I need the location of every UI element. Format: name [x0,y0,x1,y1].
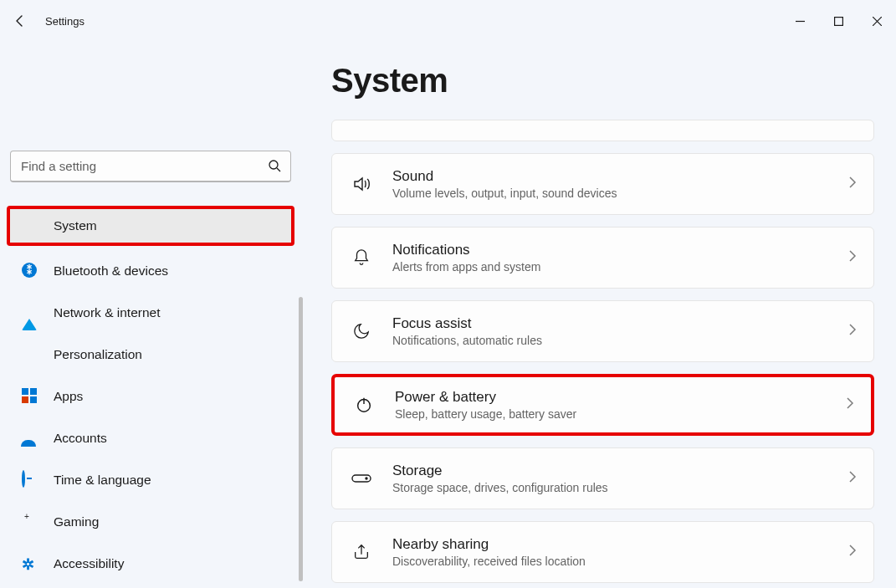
chevron-right-icon [848,250,857,265]
sidebar-item-label: Time & language [54,473,151,488]
chevron-right-icon [848,471,857,486]
close-button[interactable] [858,4,896,38]
card-title: Power & battery [395,389,826,406]
sidebar-item-time[interactable]: Time & language [10,463,291,497]
card-partial-prev[interactable] [331,120,874,141]
sidebar-item-personalization[interactable]: Personalization [10,338,291,371]
sidebar-item-label: Accounts [54,431,107,446]
display-icon [351,120,372,135]
card-subtitle: Sleep, battery usage, battery saver [395,407,826,421]
card-subtitle: Storage space, drives, configuration rul… [392,481,828,494]
sidebar-item-label: Accessibility [54,556,124,571]
chevron-right-icon [848,176,857,192]
minimize-button[interactable] [781,4,819,38]
moon-icon [351,320,372,342]
window-controls [781,4,896,38]
card-sound[interactable]: Sound Volume levels, output, input, soun… [331,153,874,215]
clock-icon [22,472,38,488]
apps-icon [22,388,38,405]
chevron-right-icon [846,397,854,412]
person-icon [22,430,38,447]
sidebar-item-gaming[interactable]: Gaming [10,505,291,539]
brush-icon [22,346,38,363]
sidebar-item-apps[interactable]: Apps [10,380,291,413]
bluetooth-icon: ⁑ [22,263,38,279]
speaker-icon [351,173,372,195]
card-power-battery[interactable]: Power & battery Sleep, battery usage, ba… [331,374,874,436]
card-storage[interactable]: Storage Storage space, drives, configura… [331,447,874,509]
sidebar-item-label: Network & internet [54,305,161,320]
sidebar-item-label: Apps [54,389,83,404]
card-notifications[interactable]: Notifications Alerts from apps and syste… [331,227,874,289]
sidebar-item-system[interactable]: System [7,206,294,246]
sidebar-item-label: System [54,218,97,233]
maximize-button[interactable] [819,4,858,38]
main-content: System Sound Volume levels, output, inpu… [301,42,896,588]
sidebar: System ⁑ Bluetooth & devices Network & i… [0,42,301,588]
svg-rect-6 [352,475,371,482]
sidebar-item-accessibility[interactable]: ✲ Accessibility [10,547,291,580]
svg-line-3 [277,168,280,171]
bell-icon [351,247,372,268]
wifi-icon [22,304,38,321]
chevron-right-icon [848,324,857,339]
sidebar-item-network[interactable]: Network & internet [10,296,291,330]
page-title: System [331,62,874,100]
svg-point-2 [269,161,278,169]
card-title: Notifications [392,242,828,258]
scrollbar-indicator[interactable] [299,297,303,581]
card-title: Nearby sharing [392,536,828,553]
card-focus-assist[interactable]: Focus assist Notifications, automatic ru… [331,300,874,362]
card-nearby-sharing[interactable]: Nearby sharing Discoverability, received… [331,521,874,583]
accessibility-icon: ✲ [22,555,38,572]
sidebar-item-bluetooth[interactable]: ⁑ Bluetooth & devices [10,254,291,288]
share-icon [351,541,372,563]
titlebar: Settings [0,0,896,42]
drive-icon [351,468,372,489]
svg-point-7 [366,478,367,479]
sidebar-item-accounts[interactable]: Accounts [10,422,291,455]
sidebar-nav: System ⁑ Bluetooth & devices Network & i… [10,206,291,588]
power-icon [353,394,375,416]
card-title: Storage [392,463,828,479]
card-subtitle: Volume levels, output, input, sound devi… [392,187,828,200]
card-title: Sound [392,168,828,185]
sidebar-item-label: Bluetooth & devices [54,263,168,279]
search-icon [268,159,281,176]
display-icon [22,217,38,234]
search-input[interactable] [10,151,291,182]
gamepad-icon [22,514,38,530]
back-button[interactable] [12,13,28,29]
window-title: Settings [45,15,84,28]
svg-rect-1 [834,17,842,25]
card-title: Focus assist [392,315,828,332]
card-subtitle: Notifications, automatic rules [392,334,828,347]
sidebar-item-label: Gaming [54,514,99,529]
card-subtitle: Alerts from apps and system [392,260,828,274]
sidebar-item-label: Personalization [54,347,142,362]
chevron-right-icon [848,545,857,560]
card-subtitle: Discoverability, received files location [392,555,828,568]
